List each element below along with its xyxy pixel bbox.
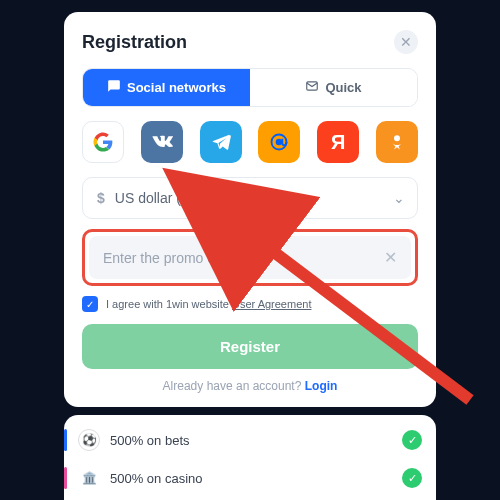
chat-icon [107,79,121,96]
close-button[interactable]: ✕ [394,30,418,54]
registration-tabs: Social networks Quick [82,68,418,107]
svg-point-3 [394,135,400,141]
google-icon [93,132,113,152]
currency-select[interactable]: $ US dollar (USD) ⌄ [82,177,418,219]
ok-login-button[interactable] [376,121,418,163]
vk-icon [151,131,173,153]
agreement-checkbox[interactable]: ✓ [82,296,98,312]
google-login-button[interactable] [82,121,124,163]
currency-label: US dollar (USD) [115,190,215,206]
yandex-icon: Я [331,131,345,154]
ok-icon [388,133,406,151]
user-agreement-link[interactable]: User Agreement [232,298,311,310]
chevron-down-icon: ⌄ [393,190,405,206]
page-title: Registration [82,32,187,53]
accent-stripe [64,467,67,489]
mailru-icon [269,132,289,152]
promo-code-input[interactable] [103,250,384,266]
soccer-icon: ⚽ [78,429,100,451]
agreement-row: ✓ I agree with 1win website User Agreeme… [82,296,418,312]
login-line: Already have an account? Login [82,379,418,393]
yandex-login-button[interactable]: Я [317,121,359,163]
promo-code-field: ✕ [89,236,411,279]
telegram-icon [211,132,231,152]
svg-point-2 [276,139,283,146]
register-button[interactable]: Register [82,324,418,369]
modal-header: Registration ✕ [82,30,418,54]
bonus-label: 500% on bets [110,433,190,448]
bonuses-panel: ⚽ 500% on bets ✓ 🏛️ 500% on casino ✓ % C… [64,415,436,500]
clear-icon[interactable]: ✕ [384,248,397,267]
social-login-row: Я [82,121,418,163]
mailru-login-button[interactable] [258,121,300,163]
agreement-text: I agree with 1win website User Agreement [106,298,311,310]
bonus-label: 500% on casino [110,471,203,486]
close-icon: ✕ [400,34,412,50]
check-badge-icon: ✓ [402,468,422,488]
casino-icon: 🏛️ [78,467,100,489]
login-link[interactable]: Login [305,379,338,393]
bonus-item[interactable]: 🏛️ 500% on casino ✓ [78,459,422,497]
bonus-item[interactable]: ⚽ 500% on bets ✓ [78,421,422,459]
promo-highlight-box: ✕ [82,229,418,286]
tab-label: Quick [325,80,361,95]
check-badge-icon: ✓ [402,430,422,450]
mail-icon [305,79,319,96]
tab-social-networks[interactable]: Social networks [83,69,250,106]
tab-quick[interactable]: Quick [250,69,417,106]
vk-login-button[interactable] [141,121,183,163]
registration-modal: Registration ✕ Social networks Quick [64,12,436,407]
dollar-icon: $ [97,190,105,206]
check-icon: ✓ [86,299,94,310]
accent-stripe [64,429,67,451]
telegram-login-button[interactable] [200,121,242,163]
tab-label: Social networks [127,80,226,95]
